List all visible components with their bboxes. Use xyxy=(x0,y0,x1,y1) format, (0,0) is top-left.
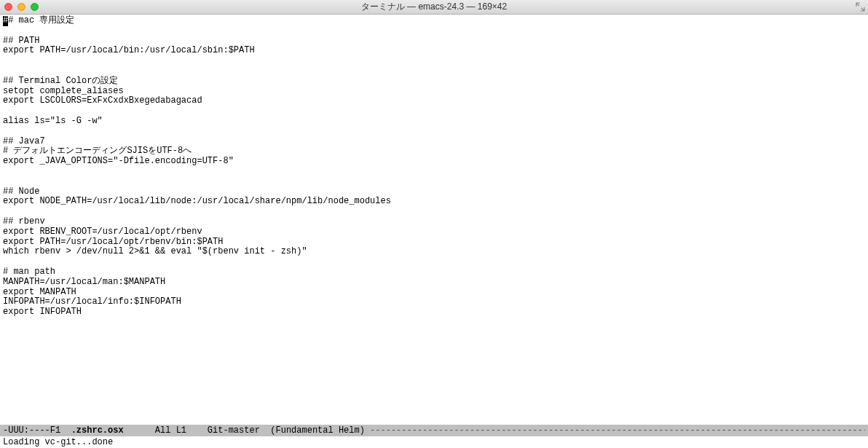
minibuffer: Loading vc-git...done xyxy=(0,436,868,448)
modeline-buffer-name: .zshrc.osx xyxy=(71,425,124,436)
titlebar: ターミナル — emacs-24.3 — 169×42 xyxy=(0,0,868,15)
modeline-dashes: ----------------------------------------… xyxy=(370,425,865,436)
mode-line: -UUU:----F1 .zshrc.osx All L1 Git-master… xyxy=(0,425,868,436)
window-title: ターミナル — emacs-24.3 — 169×42 xyxy=(0,1,868,13)
zoom-button[interactable] xyxy=(31,3,39,11)
editor-area[interactable]: ## mac 専用設定 ## PATH export PATH=/usr/loc… xyxy=(0,15,868,425)
fullscreen-icon[interactable] xyxy=(856,2,865,12)
close-button[interactable] xyxy=(4,3,12,11)
minibuffer-text: Loading vc-git...done xyxy=(3,437,113,447)
modeline-prefix: -UUU:----F1 xyxy=(3,425,71,436)
minimize-button[interactable] xyxy=(17,3,25,11)
cursor: # xyxy=(3,16,8,26)
traffic-lights xyxy=(4,3,39,11)
modeline-info: All L1 Git-master (Fundamental Helm) xyxy=(124,425,370,436)
